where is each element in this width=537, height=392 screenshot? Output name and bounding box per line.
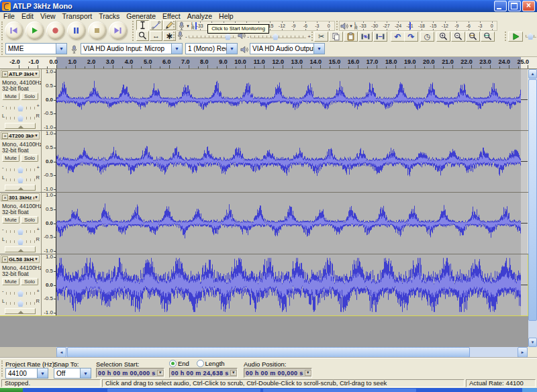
track-gain-slider[interactable]: -+ [2,226,40,235]
menu-tracks[interactable]: Tracks [95,12,123,20]
output-meter[interactable]: ▼LR-33-30-27-24-21-18-15-12-9-6-30 [339,21,497,31]
device-grip[interactable] [1,43,5,55]
track-gain-slider[interactable]: -+ [2,288,40,297]
audio-position-field[interactable]: 00 h 00 m 00,000 s ▼ [244,368,312,378]
taskbar-button[interactable] [263,389,416,392]
skip-to-start-button[interactable] [5,21,23,40]
snap-to-select[interactable]: Off ▼ [54,368,91,379]
track-row-4[interactable]: ×GL58 3kHz▼Mono, 44100Hz32-bit floatMute… [0,254,528,316]
vertical-scale-ruler[interactable]: 1.00.50.0-0.5-1.0 [42,254,56,315]
copy-button[interactable] [329,32,343,42]
chevron-down-icon[interactable]: ▼ [171,44,182,54]
time-shift-tool-button[interactable]: ↔ [150,31,162,41]
menu-help[interactable]: Help [215,12,237,20]
track-menu-icon[interactable]: ▼ [34,72,38,76]
solo-button[interactable]: Solo [21,216,38,224]
input-volume-thumb[interactable] [225,34,231,40]
sync-lock-button[interactable]: ◷ [420,32,434,42]
collapse-track-button[interactable] [5,246,36,252]
collapse-track-button[interactable] [5,123,36,129]
track-name-bar[interactable]: ×ATLP 3kHz▼ [1,70,40,78]
close-button[interactable] [522,1,535,11]
chevron-down-icon[interactable]: ▼ [313,44,324,54]
taskbar[interactable] [0,388,537,392]
chevron-down-icon[interactable]: ▼ [80,369,91,378]
track-row-1[interactable]: ×ATLP 3kHz▼Mono, 44100Hz32-bit floatMute… [0,69,528,131]
mute-button[interactable]: Mute [2,278,19,285]
track-gain-slider[interactable]: -+ [2,103,40,111]
undo-button[interactable]: ↶ [391,32,405,42]
track-name-bar[interactable]: ×301 3kHz m▼ [1,193,40,201]
waveform-display[interactable] [56,131,528,192]
zoom-tool-button[interactable] [136,31,149,41]
tools-grip[interactable] [132,21,136,41]
selection-toolbar-grip[interactable] [1,360,5,377]
vertical-scrollbar[interactable]: ▲ ▼ [528,69,537,347]
track-pan-thumb[interactable] [17,177,23,183]
paste-button[interactable] [344,32,358,42]
minimize-button[interactable] [494,1,507,11]
timeline-ruler[interactable]: -2.0-1.00.01.02.03.04.05.06.07.08.09.010… [0,57,537,69]
scroll-right-button[interactable]: ► [518,347,528,358]
horizontal-scroll-thumb[interactable] [67,347,470,358]
horizontal-scrollbar[interactable]: ◄ ► [56,347,528,358]
track-pan-thumb[interactable] [17,238,23,245]
start-button[interactable] [0,388,23,392]
play-speed-slider[interactable] [526,32,536,40]
track-area[interactable]: ×ATLP 3kHz▼Mono, 44100Hz32-bit floatMute… [0,69,528,347]
vertical-scale-ruler[interactable]: 1.00.50.0-0.5-1.0 [42,69,56,130]
track-control-panel[interactable]: ×4T200 3kHz▼Mono, 44100Hz32-bit floatMut… [0,131,42,192]
menu-view[interactable]: View [37,12,59,20]
waveform-display[interactable] [56,69,528,130]
menu-edit[interactable]: Edit [18,12,37,20]
track-pan-slider[interactable]: LR [2,298,40,307]
waveform-display[interactable] [56,193,528,254]
track-name-bar[interactable]: ×GL58 3kHz▼ [1,255,40,263]
track-pan-slider[interactable]: LR [2,175,40,183]
waveform-canvas[interactable] [56,254,528,315]
chevron-down-icon[interactable]: ▼ [230,370,237,376]
playback-device-select[interactable]: VIA HD Audio Output ▼ [250,43,325,54]
close-track-icon[interactable]: × [2,71,8,77]
chevron-down-icon[interactable]: ▼ [157,370,164,376]
stop-button[interactable] [88,21,106,40]
vertical-scale-ruler[interactable]: 1.00.50.0-0.5-1.0 [42,193,56,254]
track-control-panel[interactable]: ×GL58 3kHz▼Mono, 44100Hz32-bit floatMute… [0,254,42,315]
track-control-panel[interactable]: ×301 3kHz m▼Mono, 44100Hz32-bit floatMut… [0,193,42,254]
menu-analyze[interactable]: Analyze [184,12,215,20]
track-menu-icon[interactable]: ▼ [34,134,38,138]
chevron-down-icon[interactable]: ▼ [226,44,237,54]
menu-transport[interactable]: Transport [59,12,96,20]
vertical-scale-ruler[interactable]: 1.00.50.0-0.5-1.0 [42,131,56,192]
collapse-track-button[interactable] [5,308,36,314]
solo-button[interactable]: Solo [21,278,38,285]
waveform-canvas[interactable] [56,131,528,192]
play-at-speed-button[interactable] [508,32,523,42]
collapse-track-button[interactable] [5,185,36,191]
mute-button[interactable]: Mute [2,154,19,162]
track-gain-slider[interactable]: -+ [2,164,40,173]
taskbar-button[interactable] [107,389,260,392]
close-track-icon[interactable]: × [2,256,8,262]
track-menu-icon[interactable]: ▼ [34,257,38,261]
track-pan-slider[interactable]: LR [2,113,40,121]
track-row-3[interactable]: ×301 3kHz m▼Mono, 44100Hz32-bit floatMut… [0,193,528,254]
recording-device-select[interactable]: VIA HD Audio Input: Microp ▼ [81,43,183,54]
end-radio[interactable] [169,360,177,367]
track-pan-thumb[interactable] [17,115,23,121]
selection-tool-button[interactable] [136,20,149,30]
project-rate-select[interactable]: 44100 ▼ [5,368,48,379]
track-control-panel[interactable]: ×ATLP 3kHz▼Mono, 44100Hz32-bit floatMute… [0,69,42,130]
envelope-tool-button[interactable] [150,20,162,30]
track-gain-thumb[interactable] [17,228,23,235]
waveform-canvas[interactable] [56,193,528,254]
pause-button[interactable] [67,21,85,40]
zoom-in-button[interactable] [436,32,450,42]
speaker-icon[interactable]: ▼ [340,22,354,30]
fit-selection-button[interactable] [466,32,480,42]
length-radio[interactable] [197,360,204,367]
audio-host-select[interactable]: MME ▼ [5,43,67,54]
track-row-2[interactable]: ×4T200 3kHz▼Mono, 44100Hz32-bit floatMut… [0,131,528,193]
scroll-up-button[interactable]: ▲ [528,69,537,79]
maximize-button[interactable] [508,1,521,11]
